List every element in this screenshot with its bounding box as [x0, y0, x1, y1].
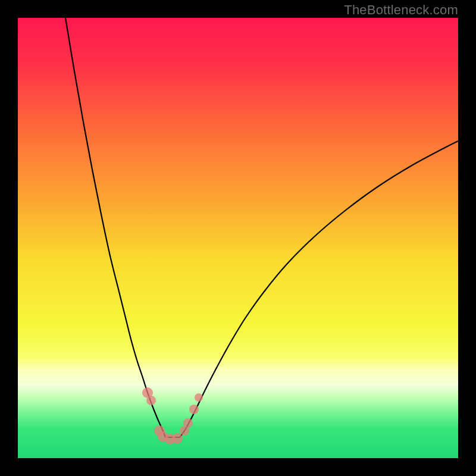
- watermark-text: TheBottleneck.com: [344, 2, 458, 18]
- data-marker: [146, 396, 156, 405]
- data-marker: [183, 418, 193, 428]
- data-marker: [172, 433, 183, 444]
- curves-svg: [18, 18, 458, 458]
- plot-frame: [18, 18, 458, 458]
- left-curve: [65, 18, 165, 437]
- data-marker: [195, 393, 203, 402]
- right-curve: [180, 141, 458, 437]
- data-marker: [189, 405, 199, 414]
- markers-group: [142, 387, 203, 444]
